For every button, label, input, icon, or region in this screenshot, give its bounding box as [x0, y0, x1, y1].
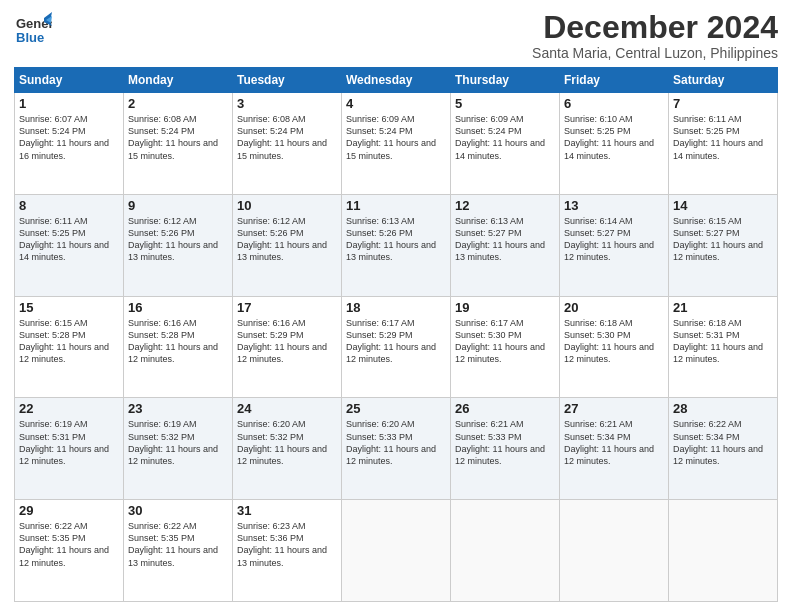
day-info: Sunrise: 6:21 AMSunset: 5:33 PMDaylight:…	[455, 418, 555, 467]
day-info: Sunrise: 6:07 AMSunset: 5:24 PMDaylight:…	[19, 113, 119, 162]
day-info: Sunrise: 6:21 AMSunset: 5:34 PMDaylight:…	[564, 418, 664, 467]
day-info: Sunrise: 6:19 AMSunset: 5:31 PMDaylight:…	[19, 418, 119, 467]
calendar-cell: 4Sunrise: 6:09 AMSunset: 5:24 PMDaylight…	[342, 93, 451, 195]
calendar-cell: 30Sunrise: 6:22 AMSunset: 5:35 PMDayligh…	[124, 500, 233, 602]
calendar-cell: 6Sunrise: 6:10 AMSunset: 5:25 PMDaylight…	[560, 93, 669, 195]
day-info: Sunrise: 6:22 AMSunset: 5:35 PMDaylight:…	[19, 520, 119, 569]
day-info: Sunrise: 6:22 AMSunset: 5:34 PMDaylight:…	[673, 418, 773, 467]
title-block: December 2024 Santa Maria, Central Luzon…	[532, 10, 778, 61]
logo: General Blue	[14, 10, 52, 52]
day-info: Sunrise: 6:08 AMSunset: 5:24 PMDaylight:…	[128, 113, 228, 162]
day-number: 16	[128, 300, 228, 315]
week-row-5: 29Sunrise: 6:22 AMSunset: 5:35 PMDayligh…	[15, 500, 778, 602]
col-friday: Friday	[560, 68, 669, 93]
calendar-cell: 18Sunrise: 6:17 AMSunset: 5:29 PMDayligh…	[342, 296, 451, 398]
day-number: 13	[564, 198, 664, 213]
day-info: Sunrise: 6:17 AMSunset: 5:29 PMDaylight:…	[346, 317, 446, 366]
day-number: 20	[564, 300, 664, 315]
day-info: Sunrise: 6:16 AMSunset: 5:28 PMDaylight:…	[128, 317, 228, 366]
day-info: Sunrise: 6:10 AMSunset: 5:25 PMDaylight:…	[564, 113, 664, 162]
day-info: Sunrise: 6:23 AMSunset: 5:36 PMDaylight:…	[237, 520, 337, 569]
calendar-cell: 20Sunrise: 6:18 AMSunset: 5:30 PMDayligh…	[560, 296, 669, 398]
day-info: Sunrise: 6:12 AMSunset: 5:26 PMDaylight:…	[128, 215, 228, 264]
day-info: Sunrise: 6:13 AMSunset: 5:27 PMDaylight:…	[455, 215, 555, 264]
day-number: 18	[346, 300, 446, 315]
calendar-header: Sunday Monday Tuesday Wednesday Thursday…	[15, 68, 778, 93]
day-number: 10	[237, 198, 337, 213]
svg-text:Blue: Blue	[16, 30, 44, 45]
day-info: Sunrise: 6:18 AMSunset: 5:30 PMDaylight:…	[564, 317, 664, 366]
calendar-cell: 12Sunrise: 6:13 AMSunset: 5:27 PMDayligh…	[451, 194, 560, 296]
day-info: Sunrise: 6:20 AMSunset: 5:33 PMDaylight:…	[346, 418, 446, 467]
day-number: 26	[455, 401, 555, 416]
day-info: Sunrise: 6:22 AMSunset: 5:35 PMDaylight:…	[128, 520, 228, 569]
day-number: 19	[455, 300, 555, 315]
day-number: 21	[673, 300, 773, 315]
calendar-cell: 11Sunrise: 6:13 AMSunset: 5:26 PMDayligh…	[342, 194, 451, 296]
calendar-cell: 2Sunrise: 6:08 AMSunset: 5:24 PMDaylight…	[124, 93, 233, 195]
col-thursday: Thursday	[451, 68, 560, 93]
calendar-cell: 23Sunrise: 6:19 AMSunset: 5:32 PMDayligh…	[124, 398, 233, 500]
calendar-cell: 19Sunrise: 6:17 AMSunset: 5:30 PMDayligh…	[451, 296, 560, 398]
week-row-4: 22Sunrise: 6:19 AMSunset: 5:31 PMDayligh…	[15, 398, 778, 500]
calendar-cell: 8Sunrise: 6:11 AMSunset: 5:25 PMDaylight…	[15, 194, 124, 296]
week-row-2: 8Sunrise: 6:11 AMSunset: 5:25 PMDaylight…	[15, 194, 778, 296]
day-number: 29	[19, 503, 119, 518]
day-number: 1	[19, 96, 119, 111]
day-number: 31	[237, 503, 337, 518]
month-year: December 2024	[532, 10, 778, 45]
week-row-1: 1Sunrise: 6:07 AMSunset: 5:24 PMDaylight…	[15, 93, 778, 195]
day-number: 15	[19, 300, 119, 315]
day-info: Sunrise: 6:08 AMSunset: 5:24 PMDaylight:…	[237, 113, 337, 162]
calendar-cell: 26Sunrise: 6:21 AMSunset: 5:33 PMDayligh…	[451, 398, 560, 500]
col-saturday: Saturday	[669, 68, 778, 93]
calendar-table: Sunday Monday Tuesday Wednesday Thursday…	[14, 67, 778, 602]
day-info: Sunrise: 6:20 AMSunset: 5:32 PMDaylight:…	[237, 418, 337, 467]
calendar-cell: 24Sunrise: 6:20 AMSunset: 5:32 PMDayligh…	[233, 398, 342, 500]
calendar-cell	[342, 500, 451, 602]
calendar-body: 1Sunrise: 6:07 AMSunset: 5:24 PMDaylight…	[15, 93, 778, 602]
calendar-cell: 28Sunrise: 6:22 AMSunset: 5:34 PMDayligh…	[669, 398, 778, 500]
col-monday: Monday	[124, 68, 233, 93]
page: General Blue December 2024 Santa Maria, …	[0, 0, 792, 612]
day-info: Sunrise: 6:17 AMSunset: 5:30 PMDaylight:…	[455, 317, 555, 366]
calendar-cell: 16Sunrise: 6:16 AMSunset: 5:28 PMDayligh…	[124, 296, 233, 398]
calendar-cell: 25Sunrise: 6:20 AMSunset: 5:33 PMDayligh…	[342, 398, 451, 500]
day-info: Sunrise: 6:11 AMSunset: 5:25 PMDaylight:…	[19, 215, 119, 264]
day-number: 3	[237, 96, 337, 111]
day-number: 12	[455, 198, 555, 213]
day-info: Sunrise: 6:18 AMSunset: 5:31 PMDaylight:…	[673, 317, 773, 366]
day-info: Sunrise: 6:19 AMSunset: 5:32 PMDaylight:…	[128, 418, 228, 467]
calendar-cell: 9Sunrise: 6:12 AMSunset: 5:26 PMDaylight…	[124, 194, 233, 296]
day-number: 8	[19, 198, 119, 213]
calendar-cell: 3Sunrise: 6:08 AMSunset: 5:24 PMDaylight…	[233, 93, 342, 195]
day-number: 30	[128, 503, 228, 518]
calendar-cell: 27Sunrise: 6:21 AMSunset: 5:34 PMDayligh…	[560, 398, 669, 500]
day-info: Sunrise: 6:15 AMSunset: 5:28 PMDaylight:…	[19, 317, 119, 366]
day-number: 17	[237, 300, 337, 315]
calendar-cell: 31Sunrise: 6:23 AMSunset: 5:36 PMDayligh…	[233, 500, 342, 602]
day-number: 7	[673, 96, 773, 111]
calendar-cell: 1Sunrise: 6:07 AMSunset: 5:24 PMDaylight…	[15, 93, 124, 195]
calendar-cell: 7Sunrise: 6:11 AMSunset: 5:25 PMDaylight…	[669, 93, 778, 195]
header: General Blue December 2024 Santa Maria, …	[14, 10, 778, 61]
day-info: Sunrise: 6:16 AMSunset: 5:29 PMDaylight:…	[237, 317, 337, 366]
day-number: 25	[346, 401, 446, 416]
calendar-cell: 10Sunrise: 6:12 AMSunset: 5:26 PMDayligh…	[233, 194, 342, 296]
calendar-cell	[451, 500, 560, 602]
day-number: 23	[128, 401, 228, 416]
week-row-3: 15Sunrise: 6:15 AMSunset: 5:28 PMDayligh…	[15, 296, 778, 398]
day-number: 2	[128, 96, 228, 111]
day-number: 28	[673, 401, 773, 416]
col-tuesday: Tuesday	[233, 68, 342, 93]
day-number: 4	[346, 96, 446, 111]
calendar-cell: 29Sunrise: 6:22 AMSunset: 5:35 PMDayligh…	[15, 500, 124, 602]
day-number: 14	[673, 198, 773, 213]
col-wednesday: Wednesday	[342, 68, 451, 93]
day-info: Sunrise: 6:09 AMSunset: 5:24 PMDaylight:…	[346, 113, 446, 162]
day-info: Sunrise: 6:12 AMSunset: 5:26 PMDaylight:…	[237, 215, 337, 264]
calendar-cell	[560, 500, 669, 602]
day-info: Sunrise: 6:13 AMSunset: 5:26 PMDaylight:…	[346, 215, 446, 264]
calendar-cell	[669, 500, 778, 602]
day-info: Sunrise: 6:15 AMSunset: 5:27 PMDaylight:…	[673, 215, 773, 264]
